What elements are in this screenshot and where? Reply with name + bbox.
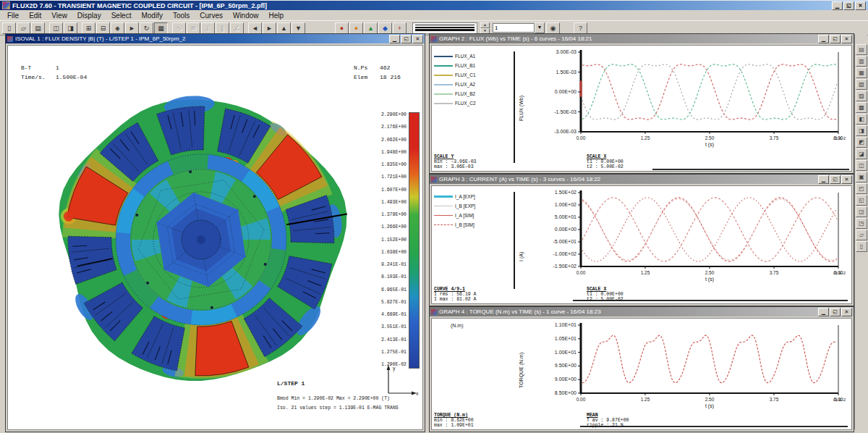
restore-button[interactable]: ◱ [830,35,841,43]
legend-item: FLUX_B1 [434,61,514,70]
side-toolbar-button-7[interactable]: ◧ [856,114,867,125]
side-toolbar-button-15[interactable]: ◲ [856,206,867,217]
menu-help[interactable]: Help [264,12,289,20]
minimize-button[interactable]: ▁ [818,35,829,43]
chart-client: FLUX_A1FLUX_B1FLUX_C1FLUX_A2FLUX_B2FLUX_… [431,45,852,172]
info-value: 1.500E-04 [56,74,87,80]
scale-tick-label: 6.965E-01 [369,287,407,293]
side-toolbar-button-14[interactable]: ◱ [856,195,867,206]
svg-text:t (s): t (s) [705,403,714,409]
field-plot-client: B-T1 Time/s.1.500E-04 N.Ps462 Elem18 216… [7,45,423,430]
status-block: MEANT av : 9.87E+00ripple : 21 % [587,413,629,428]
side-toolbar-button-3[interactable]: ▦ [856,67,867,78]
minimize-button[interactable]: ▁ [389,35,400,43]
scale-tick-label: 1.038E+00 [369,250,407,255]
chart-legend: I_A [EXP]I_B [EXP]I_A [SIM]I_B [SIM] [434,192,515,289]
side-toolbar-button-16[interactable]: ◳ [856,218,867,229]
scale-tick-label: 2.176E+00 [369,125,407,130]
legend-line-sample [434,56,453,57]
chart-window-titlebar[interactable]: GRAPH 2 : FLUX (Wb) vs TIME (s) - 6 curv… [430,34,854,43]
chart-window-titlebar[interactable]: GRAPH 3 : CURRENT (A) vs TIME (s) - 3 cu… [430,175,854,184]
restore-button[interactable]: ◱ [401,35,412,43]
menu-display[interactable]: Display [72,12,106,20]
color-scale-bar [409,112,420,369]
status-line: min : 8.62E+00 [434,418,474,423]
svg-text:1.00E+01: 1.00E+01 [555,350,576,355]
side-toolbar-button-9[interactable]: ◩ [856,137,867,148]
chart-window-titlebar[interactable]: GRAPH 4 : TORQUE (N.m) vs TIME (s) - 1 c… [430,307,854,316]
side-toolbar-button-18[interactable]: ▯ [856,241,867,252]
scale-tick-label: 2.413E-01 [369,337,407,342]
side-toolbar: ▤▥▦▧▨▩◧◨◩◪◫▣◰◱◲◳▱▯ [854,34,867,429]
minimize-button[interactable]: ▁ [818,175,829,184]
svg-text:1.05E+01: 1.05E+01 [555,336,576,341]
scale-tick-label: 1.835E+00 [369,162,407,167]
menu-tools[interactable]: Tools [168,12,195,20]
app-icon [2,1,10,9]
svg-text:1.25: 1.25 [641,135,650,140]
side-toolbar-button-2[interactable]: ▥ [856,56,867,67]
legend-line-sample [434,84,453,85]
chart-legend: FLUX_A1FLUX_B1FLUX_C1FLUX_A2FLUX_B2FLUX_… [434,51,515,163]
legend-line-sample [434,103,453,104]
close-button[interactable]: ✕ [412,35,423,43]
step-combo-input[interactable] [493,23,535,33]
side-toolbar-button-4[interactable]: ▧ [856,79,867,90]
application-window: FLUX2D 7.60 - TRANSIENT MAGNETIC COUPLED… [0,0,868,433]
legend-label: FLUX_A1 [455,54,475,59]
svg-text:-1.50E+02: -1.50E+02 [553,264,577,269]
side-toolbar-button-5[interactable]: ▨ [856,91,867,101]
chart-window-title: GRAPH 4 : TORQUE (N.m) vs TIME (s) - 1 c… [439,308,817,315]
restore-button[interactable]: ◱ [830,308,841,316]
minimize-button[interactable]: ▁ [818,308,829,316]
side-toolbar-button-10[interactable]: ◪ [856,148,867,159]
step-combo: ▼ [493,22,545,33]
menu-select[interactable]: Select [106,12,137,20]
close-button[interactable]: ✕ [841,175,852,184]
status-line: SCALE X [587,287,624,292]
field-window-titlebar[interactable]: ISOVAL 1 : FLUX DENSITY |B| (T) - L/STEP… [6,34,425,43]
side-toolbar-button-12[interactable]: ▣ [856,172,867,182]
side-toolbar-button-13[interactable]: ◰ [856,183,867,194]
menu-file[interactable]: File [2,12,24,20]
menu-edit[interactable]: Edit [24,12,46,20]
close-button[interactable]: ✕ [841,35,852,43]
svg-text:1.10E+01: 1.10E+01 [555,322,576,327]
chart-window-controls: ▁◱✕ [817,35,852,43]
side-toolbar-button-6[interactable]: ▩ [856,102,867,113]
status-block: CURVE 4/9-1I rms : 56.19 AI max : 81.02 … [434,287,477,302]
series-I_B [582,198,837,261]
menu-view[interactable]: View [46,12,72,20]
document-icon [431,36,437,42]
app-title: FLUX2D 7.60 - TRANSIENT MAGNETIC COUPLED… [12,2,831,9]
svg-text:1.50E+02: 1.50E+02 [555,190,576,195]
restore-button[interactable]: ◱ [830,175,841,184]
status-block: SCALE Xt1 : 0.00E+00t2 : 5.00E-02 [587,154,624,169]
svg-text:0.00: 0.00 [576,135,586,140]
close-button[interactable]: ✕ [855,1,866,10]
status-line: max : 1.09E+01 [434,423,474,428]
combo-dropdown-icon[interactable]: ▼ [535,22,545,33]
legend-item: FLUX_A2 [434,80,514,89]
side-toolbar-button-17[interactable]: ▱ [856,230,867,240]
solution-info-right: N.Ps462 Elem18 216 [354,63,401,82]
menu-window[interactable]: Window [228,12,264,20]
legend-label: I_B [SIM] [455,222,475,227]
close-button[interactable]: ✕ [841,308,852,316]
app-titlebar[interactable]: FLUX2D 7.60 - TRANSIENT MAGNETIC COUPLED… [0,1,868,10]
restore-button[interactable]: ◱ [843,1,854,10]
separator-line [652,169,849,170]
legend-label: FLUX_B2 [455,91,475,96]
legend-line-sample [434,196,453,198]
solution-info-left: B-T1 Time/s.1.500E-04 [21,63,87,82]
status-line: t1 : 0.00E+00 [587,292,624,297]
menu-curves[interactable]: Curves [195,12,228,20]
menu-modify[interactable]: Modify [136,12,167,20]
side-toolbar-button-8[interactable]: ◨ [856,125,867,136]
app-window-controls: ▁◱✕ [831,1,866,10]
side-toolbar-button-11[interactable]: ◫ [856,160,867,171]
svg-text:-1.50E-03: -1.50E-03 [554,109,576,114]
minimize-button[interactable]: ▁ [832,1,843,10]
svg-text:1.25: 1.25 [641,270,650,275]
side-toolbar-button-1[interactable]: ▤ [856,44,867,55]
